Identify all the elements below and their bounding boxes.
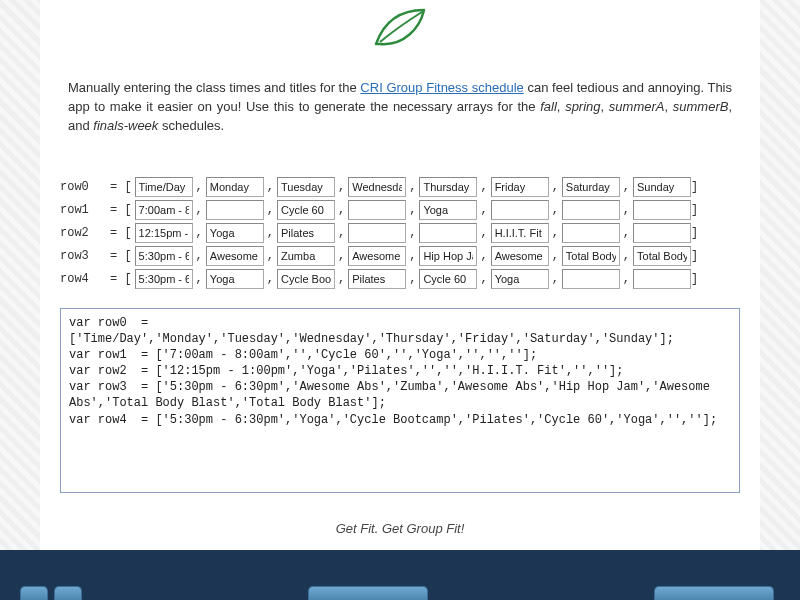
- tagline: Get Fit. Get Group Fit!: [40, 503, 760, 546]
- comma: ,: [480, 272, 487, 286]
- comma: ,: [409, 249, 416, 263]
- row-label: row1: [60, 203, 106, 217]
- intro-tail: schedules.: [162, 118, 224, 133]
- cell-input[interactable]: [633, 269, 691, 289]
- grid-row: row0= [,,,,,,, ]: [60, 177, 740, 197]
- cell-input[interactable]: [491, 177, 549, 197]
- cell-input[interactable]: [419, 177, 477, 197]
- comma: ,: [409, 180, 416, 194]
- grid-row: row2= [,,,,,,, ]: [60, 223, 740, 243]
- cell-input[interactable]: [633, 223, 691, 243]
- comma: ,: [267, 272, 274, 286]
- cell-input[interactable]: [491, 246, 549, 266]
- code-output[interactable]: [60, 308, 740, 493]
- row-label: row4: [60, 272, 106, 286]
- cell-input[interactable]: [135, 246, 193, 266]
- cell-input[interactable]: [348, 177, 406, 197]
- cell-input[interactable]: [277, 177, 335, 197]
- cell-input[interactable]: [633, 177, 691, 197]
- footer-button-center[interactable]: [308, 586, 428, 600]
- cell-input[interactable]: [419, 269, 477, 289]
- cell-input[interactable]: [419, 246, 477, 266]
- grid-row: row1= [,,,,,,, ]: [60, 200, 740, 220]
- footer-button-right[interactable]: [654, 586, 774, 600]
- cell-input[interactable]: [348, 269, 406, 289]
- cell-input[interactable]: [633, 246, 691, 266]
- comma: ,: [480, 226, 487, 240]
- cell-input[interactable]: [491, 223, 549, 243]
- intro-text: Manually entering the class times and ti…: [40, 69, 760, 144]
- comma: ,: [552, 249, 559, 263]
- comma: ,: [623, 272, 630, 286]
- cell-input[interactable]: [562, 177, 620, 197]
- cell-input[interactable]: [562, 246, 620, 266]
- comma: ,: [338, 249, 345, 263]
- cell-input[interactable]: [562, 269, 620, 289]
- close-bracket: ]: [691, 180, 698, 194]
- close-bracket: ]: [691, 249, 698, 263]
- cell-input[interactable]: [419, 223, 477, 243]
- equals-sign: = [: [110, 203, 132, 217]
- code-output-wrap: [40, 298, 760, 503]
- row-label: row2: [60, 226, 106, 240]
- cell-input[interactable]: [348, 246, 406, 266]
- cell-input[interactable]: [562, 200, 620, 220]
- content-card: Manually entering the class times and ti…: [40, 0, 760, 600]
- comma: ,: [623, 249, 630, 263]
- comma: ,: [196, 226, 203, 240]
- cell-input[interactable]: [135, 177, 193, 197]
- comma: ,: [196, 203, 203, 217]
- comma: ,: [480, 203, 487, 217]
- cell-input[interactable]: [348, 200, 406, 220]
- cell-input[interactable]: [633, 200, 691, 220]
- cell-input[interactable]: [206, 177, 264, 197]
- cell-input[interactable]: [277, 223, 335, 243]
- comma: ,: [552, 272, 559, 286]
- cell-input[interactable]: [135, 200, 193, 220]
- comma: ,: [267, 249, 274, 263]
- comma: ,: [267, 180, 274, 194]
- cell-input[interactable]: [206, 200, 264, 220]
- comma: ,: [196, 272, 203, 286]
- term-finals: finals-week: [93, 118, 158, 133]
- cell-input[interactable]: [277, 246, 335, 266]
- comma: ,: [196, 180, 203, 194]
- term-summerB: summerB: [673, 99, 729, 114]
- grid-row: row3= [,,,,,,, ]: [60, 246, 740, 266]
- cell-input[interactable]: [277, 200, 335, 220]
- logo-wrap: [40, 0, 760, 56]
- cell-input[interactable]: [348, 223, 406, 243]
- comma: ,: [552, 226, 559, 240]
- footer-button-2[interactable]: [54, 586, 82, 600]
- comma: ,: [338, 180, 345, 194]
- cell-input[interactable]: [277, 269, 335, 289]
- comma: ,: [267, 203, 274, 217]
- leaf-icon: [370, 4, 430, 52]
- equals-sign: = [: [110, 226, 132, 240]
- equals-sign: = [: [110, 249, 132, 263]
- cell-input[interactable]: [419, 200, 477, 220]
- comma: ,: [338, 226, 345, 240]
- comma: ,: [623, 180, 630, 194]
- equals-sign: = [: [110, 272, 132, 286]
- comma: ,: [338, 203, 345, 217]
- grid-row: row4= [,,,,,,, ]: [60, 269, 740, 289]
- close-bracket: ]: [691, 272, 698, 286]
- comma: ,: [409, 203, 416, 217]
- cell-input[interactable]: [206, 223, 264, 243]
- comma: ,: [338, 272, 345, 286]
- cell-input[interactable]: [135, 223, 193, 243]
- comma: ,: [267, 226, 274, 240]
- cri-schedule-link[interactable]: CRI Group Fitness schedule: [360, 80, 523, 95]
- cell-input[interactable]: [135, 269, 193, 289]
- cell-input[interactable]: [206, 246, 264, 266]
- intro-pre: Manually entering the class times and ti…: [68, 80, 360, 95]
- cell-input[interactable]: [491, 200, 549, 220]
- footer-button-1[interactable]: [20, 586, 48, 600]
- footer-bar: [0, 550, 800, 600]
- cell-input[interactable]: [562, 223, 620, 243]
- cell-input[interactable]: [206, 269, 264, 289]
- comma: ,: [480, 180, 487, 194]
- cell-input[interactable]: [491, 269, 549, 289]
- term-fall: fall: [540, 99, 557, 114]
